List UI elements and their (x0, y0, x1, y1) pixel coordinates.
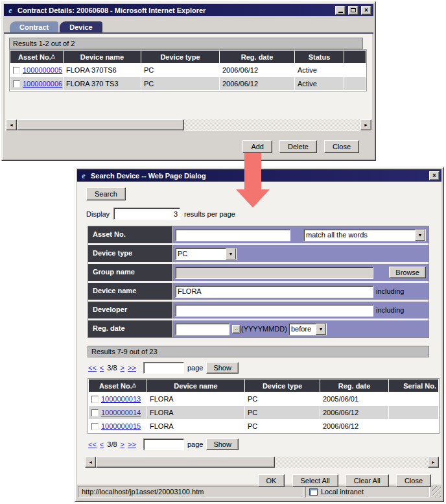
first-page-link[interactable]: << (88, 364, 97, 372)
table-header-row: Asset No.△ Device name Device type Reg. … (89, 379, 438, 392)
scrollbar-thumb[interactable] (96, 457, 275, 468)
row-checkbox[interactable] (13, 67, 20, 74)
chevron-down-icon[interactable]: ▼ (316, 324, 326, 335)
match-mode-select[interactable]: match all the words ▼ (303, 229, 426, 241)
horizontal-scrollbar[interactable]: ◄ ► (85, 457, 439, 468)
first-page-link[interactable]: << (88, 440, 97, 448)
results-summary: Results 7-9 out of 23 (88, 346, 429, 357)
cell-device-name: FLORA 370TS6 (64, 64, 141, 77)
chevron-down-icon[interactable]: ▼ (415, 230, 425, 241)
scrollbar-track[interactable] (184, 119, 360, 130)
form-row-asset-no: Asset No. match all the words ▼ (88, 226, 428, 243)
column-header-device-type[interactable]: Device type (141, 51, 219, 63)
cell-device-type: PC (245, 392, 320, 405)
scrollbar-thumb[interactable] (17, 119, 184, 130)
minimize-button[interactable] (335, 6, 346, 15)
search-button[interactable]: Search (86, 187, 126, 200)
scrollbar-track[interactable] (275, 457, 428, 468)
column-header-reg-date[interactable]: Reg. date (320, 379, 388, 392)
device-name-input[interactable] (175, 285, 373, 298)
close-button[interactable]: Close (396, 474, 431, 487)
row-checkbox[interactable] (91, 396, 99, 403)
column-header-device-name[interactable]: Device name (147, 379, 244, 392)
last-page-link[interactable]: >> (128, 440, 136, 448)
developer-input[interactable] (175, 304, 373, 317)
clear-all-button[interactable]: Clear All (346, 474, 389, 487)
tab-device[interactable]: Device (60, 21, 102, 32)
cell-empty (344, 77, 366, 90)
screenshot-canvas: e Contract Details: 20060608 - Microsoft… (0, 0, 446, 504)
scroll-left-icon[interactable]: ◄ (6, 119, 17, 130)
last-page-link[interactable]: >> (128, 364, 136, 372)
scroll-right-icon[interactable]: ► (360, 119, 371, 130)
column-header-device-type[interactable]: Device type (245, 379, 320, 392)
scroll-right-icon[interactable]: ► (428, 457, 439, 468)
maximize-button[interactable] (348, 6, 358, 15)
local-intranet-icon (309, 488, 318, 496)
reg-date-label: Reg. date (88, 320, 172, 337)
column-header-empty (344, 51, 366, 63)
next-page-link[interactable]: > (121, 364, 124, 372)
close-window-button[interactable]: × (361, 6, 371, 15)
close-button[interactable]: Close (324, 140, 359, 153)
close-dialog-button[interactable]: × (429, 171, 440, 180)
sort-ascending-icon: △ (51, 53, 55, 59)
cell-serial-no (389, 420, 438, 433)
results-per-page-input[interactable] (113, 208, 180, 220)
cell-device-name: FLORA (147, 420, 244, 433)
tab-contract[interactable]: Contract (10, 21, 58, 32)
chevron-down-icon[interactable]: ▼ (226, 248, 236, 259)
delete-button[interactable]: Delete (279, 140, 317, 153)
column-header-asset-no[interactable]: Asset No.△ (89, 379, 147, 392)
form-row-reg-date: Reg. date .. (YYYYMMDD) before ▼ (88, 320, 428, 337)
current-page-indicator: 3/8 (107, 364, 117, 372)
sort-ascending-icon: △ (132, 382, 136, 388)
next-page-link[interactable]: > (121, 440, 124, 448)
show-button[interactable]: Show (206, 438, 239, 450)
column-header-asset-no[interactable]: Asset No.△ (10, 51, 63, 63)
row-checkbox[interactable] (13, 80, 20, 88)
prev-page-link[interactable]: < (100, 364, 104, 372)
internet-explorer-icon: e (6, 6, 15, 15)
date-before-select[interactable]: before ▼ (288, 323, 327, 335)
asset-no-link[interactable]: 1000000014 (101, 409, 141, 416)
prev-page-link[interactable]: < (100, 440, 104, 448)
red-down-arrow (236, 153, 270, 208)
column-header-device-name[interactable]: Device name (64, 51, 141, 63)
display-label: Display (86, 210, 110, 218)
ok-button[interactable]: OK (258, 474, 285, 487)
date-format-hint: (YYYYMMDD) (241, 325, 287, 333)
add-button[interactable]: Add (242, 140, 272, 153)
form-row-device-name: Device name including (88, 283, 428, 300)
device-type-select[interactable]: PC ▼ (175, 248, 237, 260)
row-checkbox[interactable] (91, 423, 99, 430)
pagination-bottom: << < 3/8 > >> page Show (88, 437, 436, 451)
asset-no-input[interactable] (175, 229, 290, 241)
select-all-button[interactable]: Select All (292, 474, 338, 487)
show-button[interactable]: Show (206, 362, 239, 374)
page-number-input[interactable] (143, 362, 184, 374)
horizontal-scrollbar[interactable]: ◄ ► (6, 119, 371, 130)
column-header-reg-date[interactable]: Reg. date (220, 51, 294, 63)
asset-no-label: Asset No. (88, 226, 172, 243)
scroll-left-icon[interactable]: ◄ (85, 457, 96, 468)
cell-device-name: FLORA (147, 392, 244, 405)
arrow-shaft (244, 153, 261, 189)
contract-window-titlebar[interactable]: e Contract Details: 20060608 - Microsoft… (4, 4, 373, 16)
column-header-status[interactable]: Status (295, 51, 344, 63)
contract-details-window: e Contract Details: 20060608 - Microsoft… (1, 1, 376, 161)
developer-label: Developer (88, 302, 172, 318)
row-checkbox[interactable] (91, 409, 99, 416)
asset-no-link[interactable]: 1000000006 (23, 80, 62, 88)
reg-date-input[interactable] (175, 323, 229, 335)
asset-no-link[interactable]: 1000000013 (101, 395, 141, 403)
column-header-serial-no[interactable]: Serial No. (389, 379, 438, 392)
date-picker-button[interactable]: .. (232, 325, 241, 333)
asset-no-link[interactable]: 1000000005 (23, 66, 62, 74)
browse-button[interactable]: Browse (389, 267, 426, 278)
resize-grip[interactable] (432, 486, 441, 498)
device-type-label: Device type (88, 245, 172, 262)
page-number-input[interactable] (143, 438, 184, 450)
current-page-indicator: 3/8 (107, 440, 117, 448)
asset-no-link[interactable]: 1000000015 (101, 422, 141, 430)
